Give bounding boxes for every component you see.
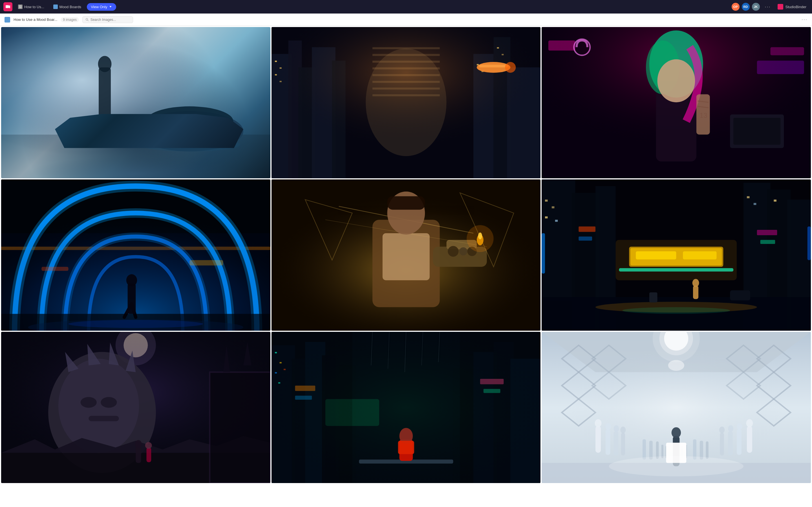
svg-line-59 — [698, 101, 709, 103]
svg-rect-97 — [572, 193, 599, 331]
svg-rect-29 — [275, 74, 277, 75]
nav-tab-how-to[interactable]: How to Us... — [15, 3, 48, 11]
svg-rect-108 — [545, 200, 548, 202]
svg-point-216 — [719, 427, 725, 434]
svg-rect-41 — [372, 81, 440, 83]
image-item-8[interactable] — [271, 332, 541, 483]
svg-rect-64 — [1, 179, 270, 331]
svg-rect-50 — [770, 47, 804, 55]
svg-rect-78 — [271, 179, 541, 331]
nav-tab-how-to-label: How to Us... — [24, 5, 44, 9]
nav-more-button[interactable]: ··· — [763, 3, 773, 11]
svg-rect-183 — [542, 332, 811, 483]
svg-rect-156 — [473, 352, 497, 483]
svg-point-83 — [448, 246, 458, 257]
svg-line-180 — [439, 332, 440, 362]
svg-line-182 — [421, 332, 423, 365]
image-1 — [1, 27, 270, 178]
svg-rect-126 — [757, 230, 777, 235]
image-item-5[interactable] — [271, 179, 541, 331]
svg-point-90 — [387, 191, 425, 235]
image-7 — [1, 332, 270, 483]
svg-point-198 — [653, 332, 700, 362]
svg-point-85 — [467, 247, 476, 256]
svg-rect-105 — [683, 251, 717, 260]
image-item-1[interactable] — [1, 27, 270, 178]
svg-rect-175 — [398, 441, 414, 454]
image-item-2[interactable] — [271, 27, 541, 178]
svg-point-57 — [658, 59, 695, 103]
svg-marker-1 — [9, 5, 10, 8]
svg-rect-81 — [433, 247, 487, 267]
svg-rect-104 — [636, 251, 676, 260]
image-item-7[interactable] — [1, 332, 270, 483]
search-input[interactable] — [91, 18, 130, 22]
nav-tab-mood-boards-label: Mood Boards — [59, 5, 81, 9]
svg-rect-18 — [271, 27, 541, 178]
image-item-4[interactable] — [1, 179, 270, 331]
image-item-3[interactable]: 13 — [542, 27, 811, 178]
app-logo — [3, 2, 12, 11]
svg-rect-91 — [387, 196, 425, 210]
svg-rect-127 — [760, 240, 775, 244]
svg-rect-217 — [673, 436, 680, 466]
svg-rect-213 — [728, 431, 733, 455]
svg-rect-112 — [747, 196, 750, 198]
subheader: How to Use a Mood Boar... 9 images ··· — [0, 13, 812, 26]
svg-point-55 — [649, 31, 703, 98]
svg-rect-39 — [372, 67, 440, 69]
svg-point-214 — [728, 425, 733, 432]
svg-rect-27 — [275, 61, 277, 62]
view-only-label: View Only — [91, 5, 107, 9]
svg-rect-118 — [730, 290, 751, 300]
svg-rect-37 — [372, 54, 440, 56]
svg-rect-73 — [190, 260, 223, 265]
brand-area: StudioBinder — [775, 3, 809, 11]
svg-rect-115 — [542, 297, 811, 331]
image-item-9[interactable] — [542, 332, 811, 483]
svg-rect-67 — [1, 179, 270, 331]
svg-point-94 — [467, 225, 493, 252]
image-9 — [542, 332, 811, 483]
svg-rect-159 — [339, 365, 356, 483]
image-item-6[interactable] — [542, 179, 811, 331]
board-icon — [4, 17, 10, 22]
svg-rect-82 — [446, 240, 476, 249]
svg-line-71 — [124, 304, 132, 318]
svg-rect-119 — [649, 292, 658, 302]
svg-rect-96 — [542, 179, 575, 300]
subheader-more-button[interactable]: ··· — [802, 17, 808, 22]
svg-point-11 — [98, 56, 112, 72]
svg-point-35 — [366, 48, 446, 156]
nav-tab-mood-boards[interactable]: Mood Boards — [50, 3, 85, 11]
svg-point-45 — [477, 62, 510, 73]
svg-rect-0 — [6, 5, 9, 8]
svg-point-56 — [646, 41, 679, 94]
svg-point-210 — [746, 419, 753, 427]
svg-rect-79 — [372, 220, 440, 307]
svg-rect-63 — [733, 118, 781, 145]
svg-marker-187 — [592, 372, 626, 399]
svg-rect-98 — [596, 186, 616, 331]
svg-rect-65 — [1, 233, 270, 331]
avatar-group: OP RD JK — [731, 2, 760, 11]
svg-rect-20 — [288, 41, 302, 178]
svg-point-12 — [136, 111, 243, 151]
svg-point-129 — [123, 333, 148, 357]
view-only-button[interactable]: View Only — [87, 3, 116, 11]
svg-rect-8 — [1, 27, 270, 178]
svg-rect-46 — [479, 65, 508, 68]
svg-rect-101 — [787, 200, 811, 331]
svg-rect-232 — [666, 443, 687, 463]
avatar-3: JK — [751, 2, 760, 11]
svg-marker-137 — [126, 351, 136, 372]
svg-rect-69 — [128, 284, 136, 314]
svg-marker-150 — [243, 342, 252, 365]
svg-rect-224 — [706, 441, 709, 459]
svg-marker-89 — [460, 193, 514, 267]
svg-rect-222 — [693, 439, 696, 460]
svg-rect-207 — [621, 433, 625, 455]
svg-marker-88 — [305, 200, 352, 260]
svg-rect-42 — [372, 88, 440, 90]
svg-point-230 — [609, 456, 744, 476]
